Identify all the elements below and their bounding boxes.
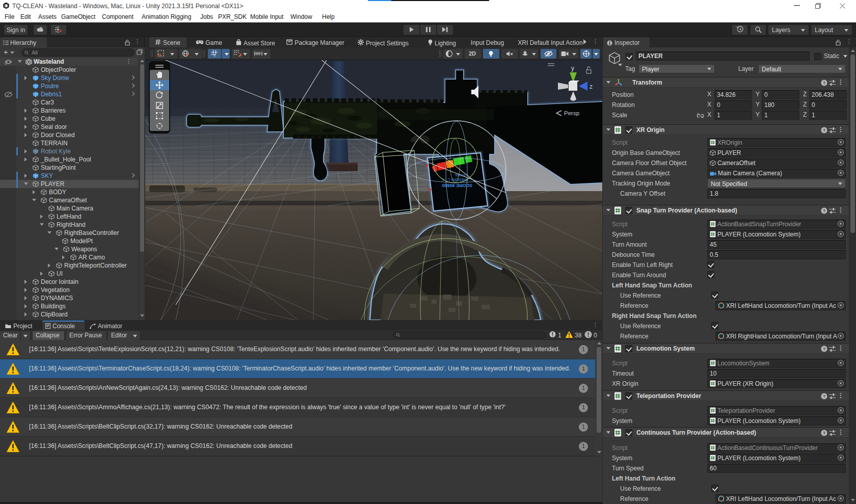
svg-text:?: ? — [823, 208, 826, 214]
svg-text:?: ? — [823, 81, 826, 86]
svg-text:?: ? — [823, 347, 826, 352]
svg-text:?: ? — [823, 431, 826, 436]
svg-text:?: ? — [823, 128, 826, 133]
svg-text:z: z — [590, 83, 593, 90]
svg-text:?: ? — [823, 394, 826, 399]
svg-text:Persp: Persp — [564, 110, 579, 116]
svg-text:Y: Y — [213, 54, 216, 57]
svg-text:y: y — [571, 65, 574, 72]
